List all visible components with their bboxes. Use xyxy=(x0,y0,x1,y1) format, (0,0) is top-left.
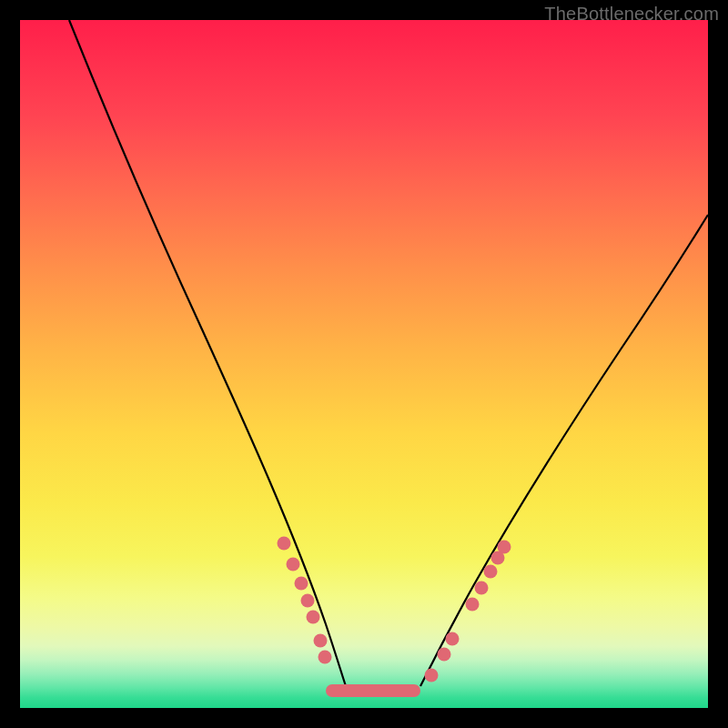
curve-layer xyxy=(20,20,708,708)
bead xyxy=(301,594,315,608)
bead xyxy=(498,541,511,554)
bead xyxy=(484,565,498,579)
bead xyxy=(287,558,300,571)
watermark-text: TheBottlenecker.com xyxy=(544,4,719,25)
bead xyxy=(475,581,489,595)
bead xyxy=(425,669,439,682)
bead xyxy=(438,648,451,662)
beads-right xyxy=(425,541,511,682)
bead xyxy=(314,634,328,648)
bead xyxy=(295,577,308,591)
bead xyxy=(446,632,460,646)
bead xyxy=(466,598,480,612)
chart-stage: TheBottlenecker.com xyxy=(0,0,728,728)
plot-area xyxy=(20,20,708,708)
bead xyxy=(318,651,332,664)
bead xyxy=(307,611,320,624)
bead xyxy=(278,537,291,551)
beads-left xyxy=(278,537,332,664)
floor-segment xyxy=(326,684,420,697)
right-curve xyxy=(420,215,708,686)
